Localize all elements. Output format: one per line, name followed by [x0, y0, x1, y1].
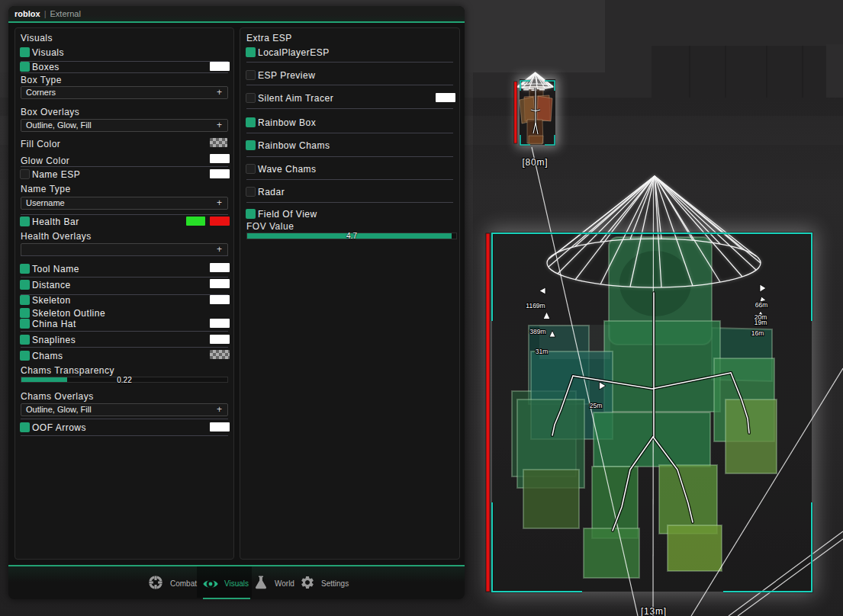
svg-text:389m: 389m	[529, 328, 545, 335]
svg-text:31m: 31m	[536, 348, 549, 355]
svg-text:[80m]: [80m]	[522, 157, 548, 168]
svg-text:25m: 25m	[590, 402, 603, 409]
svg-text:[13m]: [13m]	[641, 606, 667, 616]
svg-text:19m: 19m	[755, 319, 767, 326]
svg-text:1169m: 1169m	[526, 302, 545, 310]
svg-text:16m: 16m	[751, 329, 764, 337]
svg-text:66m: 66m	[755, 301, 768, 309]
